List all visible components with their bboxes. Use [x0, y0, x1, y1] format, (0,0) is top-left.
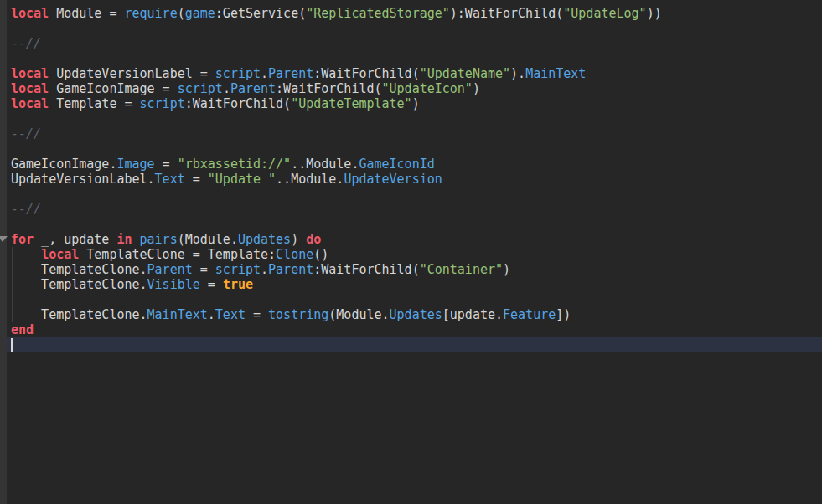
code-token: Parent: [268, 66, 313, 81]
code-line[interactable]: TemplateClone.Parent = script.Parent:Wai…: [0, 262, 822, 277]
code-token: ..Module.: [291, 157, 359, 172]
code-token: Module =: [49, 6, 124, 21]
code-token: tostring: [268, 307, 328, 322]
code-token: ): [473, 81, 480, 96]
code-token: :WaitForChild(: [276, 81, 381, 96]
code-token: (Module.: [328, 307, 389, 322]
code-token: =: [185, 172, 208, 187]
code-token: .: [223, 81, 230, 96]
code-token: :WaitForChild(: [313, 262, 419, 277]
code-line[interactable]: [0, 141, 822, 157]
code-token: =: [193, 262, 215, 277]
code-token: (): [313, 247, 328, 262]
code-token: =: [200, 277, 223, 292]
code-token: Parent: [230, 81, 276, 96]
code-line[interactable]: local Template = script:WaitForChild("Up…: [0, 96, 822, 111]
code-token: "UpdateIcon": [382, 81, 473, 96]
code-token: --//: [11, 126, 41, 141]
code-line[interactable]: local UpdateVersionLabel = script.Parent…: [0, 66, 822, 81]
code-token: ): [412, 96, 420, 111]
code-token: end: [11, 322, 34, 337]
code-token: MainText: [147, 307, 208, 322]
fold-collapse-icon[interactable]: [0, 236, 8, 242]
code-token: (: [178, 6, 185, 21]
code-token: .: [261, 66, 268, 81]
code-token: local: [11, 6, 49, 21]
code-token: =: [155, 157, 178, 172]
code-token: script: [140, 96, 185, 111]
code-token: "rbxassetid://": [178, 157, 291, 172]
code-line[interactable]: [0, 51, 822, 66]
code-line[interactable]: [0, 187, 822, 202]
code-token: for: [11, 232, 34, 247]
code-line[interactable]: TemplateClone.Visible = true: [0, 277, 822, 292]
code-token: [11, 247, 41, 262]
code-token: ]): [556, 307, 571, 322]
code-line[interactable]: [0, 337, 822, 352]
code-token: Visible: [147, 277, 200, 292]
code-token: --//: [11, 202, 41, 217]
code-token: local: [11, 66, 49, 81]
code-token: Clone: [276, 247, 313, 262]
code-line[interactable]: [0, 21, 822, 36]
code-line[interactable]: local GameIconImage = script.Parent:Wait…: [0, 81, 822, 96]
script-editor-surface[interactable]: local Module = require(game:GetService("…: [0, 0, 822, 504]
code-token: ):WaitForChild(: [450, 6, 563, 21]
code-token: game: [185, 6, 215, 21]
code-token: :WaitForChild(: [185, 96, 291, 111]
code-line[interactable]: for _, update in pairs(Module.Updates) d…: [0, 232, 822, 247]
code-line[interactable]: local TemplateClone = Template:Clone(): [0, 247, 822, 262]
code-token: Image: [116, 157, 154, 172]
code-line[interactable]: [0, 217, 822, 232]
code-token: ): [503, 262, 510, 277]
code-token: .: [208, 307, 215, 322]
code-token: ): [291, 232, 306, 247]
code-token: ..Module.: [276, 172, 344, 187]
code-token: TemplateClone.: [11, 277, 147, 292]
code-token: "UpdateLog": [563, 6, 646, 21]
code-line[interactable]: TemplateClone.MainText.Text = tostring(M…: [0, 307, 822, 322]
code-token: script: [215, 66, 261, 81]
code-token: _, update: [34, 232, 116, 247]
code-line[interactable]: GameIconImage.Image = "rbxassetid://"..M…: [0, 157, 822, 172]
code-token: script: [178, 81, 223, 96]
code-token: true: [223, 277, 253, 292]
code-token: Parent: [268, 262, 313, 277]
text-cursor: [11, 338, 13, 352]
code-token: Updates: [238, 232, 291, 247]
code-token: TemplateClone.: [11, 307, 147, 322]
code-token: Parent: [147, 262, 193, 277]
code-line[interactable]: --//: [0, 202, 822, 217]
code-lines: local Module = require(game:GetService("…: [0, 6, 822, 352]
code-token: require: [124, 6, 177, 21]
code-token: :GetService(: [215, 6, 306, 21]
code-token: (Module.: [178, 232, 238, 247]
code-line[interactable]: --//: [0, 126, 822, 141]
code-line[interactable]: end: [0, 322, 822, 337]
code-token: GameIconImage =: [49, 81, 178, 96]
code-token: [132, 232, 140, 247]
code-token: Feature: [503, 307, 556, 322]
code-token: UpdateVersionLabel.: [11, 172, 155, 187]
code-line[interactable]: UpdateVersionLabel.Text = "Update "..Mod…: [0, 172, 822, 187]
code-line[interactable]: local Module = require(game:GetService("…: [0, 6, 822, 21]
code-token: UpdateVersion: [344, 172, 442, 187]
code-token: "UpdateName": [420, 66, 510, 81]
code-token: TemplateClone.: [11, 262, 147, 277]
code-line[interactable]: [0, 292, 822, 307]
code-token: )): [647, 6, 662, 21]
code-token: GameIconImage.: [11, 157, 116, 172]
code-token: "Update ": [208, 172, 276, 187]
code-token: local: [11, 96, 49, 111]
fold-gutter: [0, 0, 7, 504]
code-token: [update.: [442, 307, 503, 322]
code-token: MainText: [525, 66, 586, 81]
code-token: :WaitForChild(: [313, 66, 419, 81]
code-token: UpdateVersionLabel =: [49, 66, 215, 81]
code-token: Text: [155, 172, 185, 187]
code-token: GameIconId: [359, 157, 434, 172]
code-line[interactable]: [0, 111, 822, 126]
code-token: pairs: [140, 232, 178, 247]
code-line[interactable]: --//: [0, 36, 822, 51]
code-token: do: [306, 232, 321, 247]
